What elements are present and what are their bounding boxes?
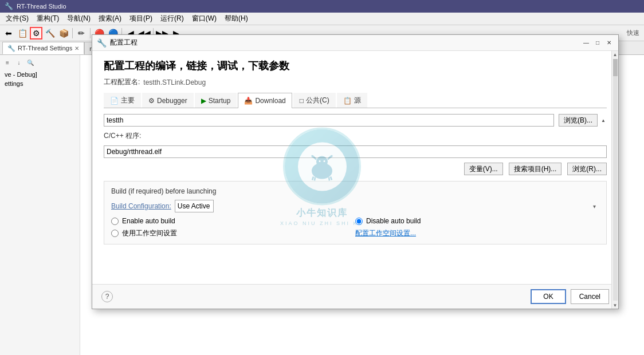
dialog-minimize-btn[interactable]: — [582, 38, 591, 48]
dialog-title-controls: — □ ✕ [582, 38, 614, 48]
cpp-program-row: C/C++ 程序: [104, 131, 607, 141]
inner-tabbar: 📄 主要 ⚙ Debugger ▶ Startup 📥 Download [104, 93, 607, 108]
build-config-select[interactable]: Use Active Debug Release [175, 200, 214, 212]
inner-tab-main-icon: 📄 [110, 97, 119, 105]
cancel-button[interactable]: Cancel [571, 289, 609, 304]
inner-tab-public-icon: □ [300, 97, 304, 105]
ok-button[interactable]: OK [531, 289, 566, 304]
browse-b-btn[interactable]: 浏览(B)... [559, 114, 598, 127]
inner-tab-source-label: 源 [354, 96, 361, 105]
radio-enable-auto-label: Enable auto build [122, 217, 175, 225]
dialog-title-text: 配置工程 [110, 38, 138, 48]
radio-group: Enable auto build Disable auto build 使用工… [111, 217, 599, 238]
project-field-row: 浏览(B)... ▲ [104, 114, 607, 127]
radio-disable-auto: Disable auto build [355, 217, 599, 225]
build-config-row: Build Configuration: Use Active Debug Re… [111, 200, 599, 212]
action-buttons-row: 变量(V)... 搜索项目(H)... 浏览(R)... [104, 163, 607, 175]
project-input[interactable] [104, 114, 554, 127]
dialog-heading: 配置工程的编译，链接，调试，下载参数 [92, 51, 618, 77]
dialog-title-icon: 🔧 [97, 38, 107, 48]
dialog-action-buttons: OK Cancel [531, 289, 609, 304]
build-config-select-wrapper: Use Active Debug Release [175, 200, 599, 212]
variables-btn[interactable]: 变量(V)... [464, 163, 503, 175]
inner-tab-startup[interactable]: ▶ Startup [195, 93, 237, 108]
browse-r-btn[interactable]: 浏览(R)... [567, 163, 607, 175]
dialog-scrollbar[interactable]: ▲ ▼ [611, 51, 618, 309]
inner-tab-debugger[interactable]: ⚙ Debugger [142, 93, 194, 108]
inner-tab-debugger-label: Debugger [157, 97, 187, 105]
radio-enable-auto: Enable auto build [111, 217, 355, 225]
cpp-program-input-row [104, 145, 607, 158]
inner-tab-public-label: 公共(C) [306, 96, 329, 105]
cpp-program-label: C/C++ 程序: [104, 131, 150, 141]
scroll-up-btn[interactable]: ▲ [601, 118, 606, 123]
scroll-down-arrow[interactable]: ▼ [612, 302, 619, 309]
search-project-btn[interactable]: 搜索项目(H)... [509, 163, 562, 175]
dialog-maximize-btn[interactable]: □ [593, 38, 602, 48]
radio-workspace-input[interactable] [111, 230, 119, 237]
dialog-body: 工程配置名: testth.STLink.Debug 📄 主要 ⚙ Debugg… [92, 77, 618, 284]
scroll-up-arrow[interactable]: ▲ [612, 51, 619, 58]
inner-tab-download-icon: 📥 [244, 97, 253, 105]
radio-enable-auto-input[interactable] [111, 218, 119, 225]
inner-tab-public[interactable]: □ 公共(C) [293, 93, 336, 108]
dialog-close-btn[interactable]: ✕ [604, 38, 614, 48]
inner-tab-main-label: 主要 [121, 96, 135, 105]
dialog-overlay: 🔧 配置工程 — □ ✕ 配置工程的编译，链接，调试，下载参数 工程配置名: t… [0, 0, 644, 355]
inner-tab-debugger-icon: ⚙ [148, 97, 155, 105]
inner-tab-download-label: Download [255, 97, 285, 105]
inner-tab-source[interactable]: 📋 源 [337, 93, 367, 108]
inner-tab-main[interactable]: 📄 主要 [104, 93, 141, 108]
radio-workspace-label: 使用工作空间设置 [122, 228, 177, 238]
config-name-label: 工程配置名: [104, 77, 140, 87]
ide-background: 🔧 RT-Thread Studio 文件(S) 重构(T) 导航(N) 搜索(… [0, 0, 644, 355]
config-workspace-link-row: 配置工作空间设置... [355, 228, 599, 238]
dialog-title-left: 🔧 配置工程 [97, 38, 138, 48]
inner-tab-download[interactable]: 📥 Download [238, 93, 292, 108]
cpp-program-input[interactable] [104, 145, 607, 158]
config-name-row: 工程配置名: testth.STLink.Debug [104, 77, 607, 87]
radio-workspace: 使用工作空间设置 [111, 228, 355, 238]
scroll-thumb [613, 59, 618, 76]
radio-disable-auto-input[interactable] [355, 218, 363, 225]
config-name-value: testth.STLink.Debug [143, 78, 206, 86]
build-section-title: Build (if required) before launching [111, 187, 599, 195]
inner-tab-startup-icon: ▶ [201, 97, 206, 105]
inner-tab-startup-label: Startup [209, 97, 231, 105]
inner-tab-source-icon: 📋 [343, 97, 352, 105]
configure-dialog: 🔧 配置工程 — □ ✕ 配置工程的编译，链接，调试，下载参数 工程配置名: t… [92, 34, 619, 309]
build-config-label[interactable]: Build Configuration: [111, 202, 171, 210]
dialog-bottom: ? OK Cancel [92, 284, 618, 309]
scroll-track [613, 59, 618, 301]
radio-disable-auto-label: Disable auto build [366, 217, 421, 225]
config-workspace-link[interactable]: 配置工作空间设置... [355, 228, 416, 238]
dialog-titlebar: 🔧 配置工程 — □ ✕ [92, 35, 618, 51]
help-btn[interactable]: ? [101, 291, 113, 302]
build-section: Build (if required) before launching Bui… [104, 181, 607, 244]
